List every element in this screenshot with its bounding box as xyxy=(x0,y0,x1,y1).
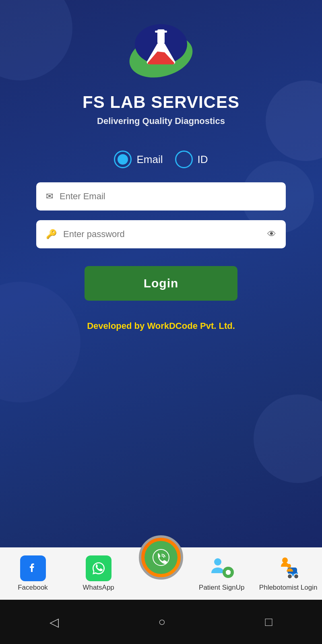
password-input-wrapper: 🔑 👁 xyxy=(36,220,286,248)
call-fab-container xyxy=(139,527,183,580)
call-fab-button[interactable] xyxy=(139,535,183,580)
id-radio-label: ID xyxy=(198,153,208,166)
whatsapp-icon-wrap xyxy=(86,555,111,581)
email-radio-button[interactable] xyxy=(114,151,132,168)
facebook-nav-item[interactable]: Facebook xyxy=(5,555,61,592)
svg-point-7 xyxy=(282,557,288,563)
login-type-selector: Email ID xyxy=(114,151,208,168)
flask-icon xyxy=(143,27,179,68)
patient-signup-nav-item[interactable]: Patient SignUp xyxy=(194,555,250,592)
phone-icon xyxy=(151,548,171,567)
email-icon: ✉ xyxy=(46,191,53,202)
phlebotomist-icon xyxy=(275,555,301,581)
key-icon: 🔑 xyxy=(46,229,57,239)
svg-rect-1 xyxy=(155,31,167,33)
email-input[interactable] xyxy=(60,191,276,202)
phlebotomist-login-nav-item[interactable]: Phlebotomist Login xyxy=(259,555,318,592)
toggle-password-icon[interactable]: 👁 xyxy=(267,229,276,239)
login-button[interactable]: Login xyxy=(85,266,237,301)
svg-point-12 xyxy=(287,564,291,568)
svg-point-9 xyxy=(287,574,292,579)
system-nav-bar: ◁ ○ □ xyxy=(0,600,322,644)
call-inner-circle xyxy=(144,541,178,574)
home-button[interactable]: ○ xyxy=(158,615,165,629)
email-input-wrapper: ✉ xyxy=(36,182,286,211)
app-subtitle: Delivering Quality Diagnostics xyxy=(97,116,225,126)
phlebotomist-login-label: Phlebotomist Login xyxy=(259,584,318,592)
back-button[interactable]: ◁ xyxy=(50,615,59,629)
dev-company: WorkDCode Pvt. Ltd. xyxy=(147,321,235,331)
email-radio-option[interactable]: Email xyxy=(114,151,163,168)
whatsapp-icon xyxy=(91,561,106,576)
whatsapp-label: WhatsApp xyxy=(83,584,114,592)
svg-rect-6 xyxy=(226,571,231,574)
facebook-label: Facebook xyxy=(18,584,48,592)
app-logo xyxy=(129,24,193,80)
patient-signup-icon xyxy=(209,555,235,581)
patient-signup-label: Patient SignUp xyxy=(199,584,244,592)
svg-point-10 xyxy=(294,574,299,579)
whatsapp-nav-item[interactable]: WhatsApp xyxy=(70,555,127,592)
email-radio-label: Email xyxy=(136,153,163,166)
id-radio-option[interactable]: ID xyxy=(175,151,208,168)
app-title: FS LAB SERVICES xyxy=(83,93,239,112)
developer-credit: Developed by WorkDCode Pvt. Ltd. xyxy=(87,321,235,331)
recent-button[interactable]: □ xyxy=(265,615,272,629)
dev-prefix: Developed by xyxy=(87,321,147,331)
id-radio-button[interactable] xyxy=(175,151,193,168)
facebook-icon xyxy=(26,561,40,576)
svg-point-3 xyxy=(214,558,221,566)
facebook-icon-wrap xyxy=(20,555,46,581)
main-container: FS LAB SERVICES Delivering Quality Diagn… xyxy=(0,0,322,600)
password-input[interactable] xyxy=(63,229,261,239)
